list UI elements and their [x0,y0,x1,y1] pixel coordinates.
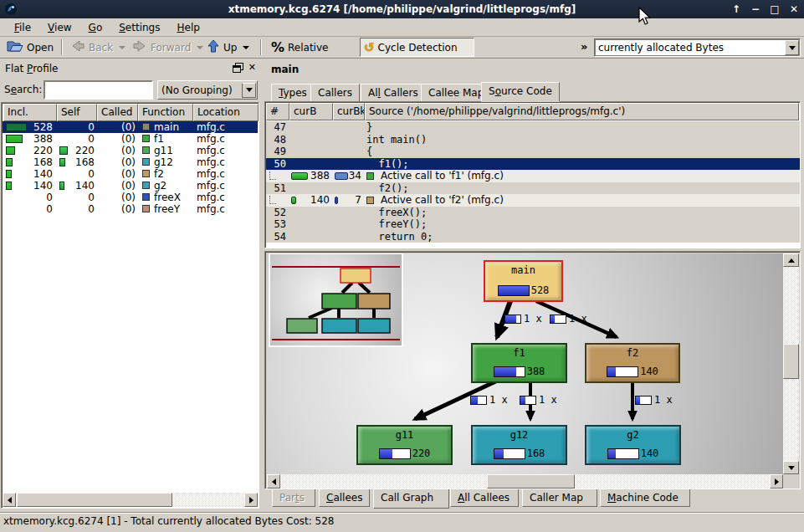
menu-settings[interactable]: Settings [111,20,167,35]
graph-overview-minimap[interactable] [270,254,402,345]
graph-vertical-scrollbar[interactable] [783,253,799,474]
scroll-right-button[interactable] [770,474,783,489]
table-row[interactable]: 140140(0)g2mfg.c [3,180,258,192]
back-dropdown-icon[interactable] [119,46,125,49]
source-line-row[interactable]: 50 f1(); [266,158,800,171]
minimize-button[interactable]: − [749,3,762,16]
scroll-up-button[interactable] [783,253,799,267]
tab-machine-code[interactable]: Machine Code [600,489,690,507]
active-call-row[interactable]: 38834Active call to 'f1' (mfg.c) [266,170,800,182]
edge-cost-bar [635,396,652,405]
call-graph-canvas[interactable]: main528f1388f2140g11220g12168g21401 x1 x… [267,253,783,474]
source-line-row[interactable]: 47} [266,121,800,134]
incl-value: 168 [4,156,53,168]
cycle-detection-toggle[interactable]: ↺ Cycle Detection [360,38,474,57]
node-cost-row: 140 [586,448,679,459]
column-header-incl[interactable]: Incl. [3,104,57,121]
shade-button[interactable]: ↑ [730,3,743,16]
source-column-header-num[interactable]: # [266,103,289,120]
table-row[interactable]: 5280(0)mainmfg.c [3,121,258,133]
tab-source-code[interactable]: Source Code [481,82,560,101]
table-row[interactable]: 00(0)freeYmfg.c [3,203,258,215]
source-line-row[interactable]: 52 freeX(); [266,207,800,219]
tab-types[interactable]: Types [271,84,315,101]
source-column-header-curb[interactable]: curB [289,103,333,120]
dock-close-icon[interactable]: ✕ [248,64,256,72]
self-value: 0 [58,133,95,145]
menu-file[interactable]: File [7,20,38,35]
event-type-select[interactable]: currently allocated Bytes [594,38,801,57]
source-line-row[interactable]: 49{ [266,146,800,158]
source-line-row[interactable]: 54 return 0; [266,231,800,243]
profile-horizontal-scrollbar[interactable] [3,493,258,507]
scroll-thumb[interactable] [17,493,172,507]
edge-call-count-label: 1 x [504,313,542,325]
column-header-self[interactable]: Self [57,104,97,121]
tab-all-callees[interactable]: All Callees [450,489,519,507]
column-header-called[interactable]: Called [97,104,138,121]
relative-button[interactable]: % Relative [268,38,331,57]
node-cost-row: 168 [473,448,566,459]
node-cost-row: 528 [485,284,561,296]
dock-header[interactable]: Flat Profile ✕ [2,60,259,77]
graph-node-f2[interactable]: f2140 [585,343,680,383]
table-row[interactable]: 3880(0)f1mfg.c [3,133,258,145]
active-call-text: Active call to 'f1' (mfg.c) [381,170,504,182]
source-line-row[interactable]: 53 freeY(); [266,218,800,231]
graph-node-g2[interactable]: g2140 [585,425,681,465]
scroll-right-button[interactable] [244,493,258,507]
dropdown-arrow-icon[interactable] [785,40,799,55]
scroll-thumb[interactable] [783,344,799,379]
column-header-function[interactable]: Function [138,104,193,121]
line-number: 49 [266,146,286,158]
called-value: (0) [98,180,136,192]
close-button[interactable]: ✕ [787,3,801,16]
edge-cost-bar [504,315,521,324]
open-button[interactable]: Open [3,38,57,57]
source-column-header-curbk[interactable]: curBk [333,103,365,120]
scroll-left-button[interactable] [3,493,16,507]
menu-view[interactable]: View [40,20,79,35]
edge-cost-bar [520,396,536,405]
graph-node-main[interactable]: main528 [484,260,563,302]
graph-horizontal-scrollbar[interactable] [267,474,783,489]
edge-cost-bar [470,396,487,405]
column-header-location[interactable]: Location [193,104,259,121]
grouping-select[interactable]: (No Grouping) [157,80,258,100]
tab-all-callers[interactable]: All Callers [361,84,426,101]
titlebar[interactable]: xtmemory.kcg.6274 [/home/philippe/valgri… [0,0,804,18]
table-row[interactable]: 00(0)freeXmfg.c [3,192,258,203]
graph-node-g11[interactable]: g11220 [356,425,453,465]
called-value: (0) [98,156,136,168]
up-dropdown-icon[interactable] [243,46,249,49]
called-value: (0) [98,192,136,203]
forward-button[interactable]: Forward [129,38,207,57]
table-row[interactable]: 168168(0)g12mfg.c [3,156,258,168]
self-value: 0 [58,203,95,215]
tab-caller-map[interactable]: Caller Map [522,489,597,507]
search-input[interactable] [44,80,153,100]
graph-node-f1[interactable]: f1388 [471,343,567,383]
float-dock-icon[interactable] [233,65,241,73]
tab-call-graph[interactable]: Call Graph [373,489,449,509]
up-button[interactable]: Up [203,38,253,57]
graph-node-g12[interactable]: g12168 [471,425,567,465]
menu-go[interactable]: Go [81,20,110,35]
table-row[interactable]: 220220(0)g11mfg.c [3,145,258,156]
dropdown-arrow-icon[interactable] [242,83,256,98]
tab-callers[interactable]: Callers [310,84,360,101]
scroll-down-button[interactable] [783,461,799,474]
source-line-row[interactable]: 48int main() [266,134,800,146]
scroll-thumb[interactable] [487,474,575,489]
active-call-row[interactable]: 1407Active call to 'f2' (mfg.c) [266,194,800,207]
source-line-row[interactable]: 51 f2(); [266,182,800,195]
table-row[interactable]: 1400(0)f2mfg.c [3,168,258,180]
tab-callees[interactable]: Callees [319,489,370,507]
menu-help[interactable]: Help [169,20,207,35]
line-number: 51 [266,182,286,195]
maximize-button[interactable]: □ [768,3,781,16]
scroll-left-button[interactable] [267,474,280,489]
back-button[interactable]: Back [67,38,129,57]
toolbar-overflow-chevron[interactable]: » [581,40,587,53]
source-column-header-source[interactable]: Source ('/home/philippe/valgrind/littlep… [365,103,799,120]
